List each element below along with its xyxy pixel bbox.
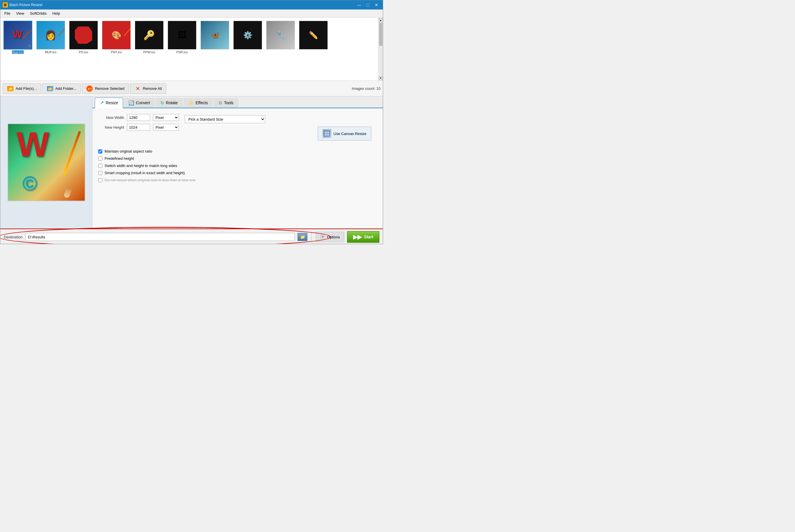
scroll-track	[379, 23, 383, 75]
separator	[311, 232, 312, 242]
list-item[interactable]: 🔧	[265, 20, 296, 55]
list-item[interactable]: W © bpp.ico	[3, 20, 33, 55]
bottom-bar-wrapper: Destination 📁 Options ▶▶ Start	[0, 229, 383, 244]
standard-size-select[interactable]: Pick a Standard Size 640x480 800x600 102…	[185, 115, 265, 123]
smart-cropping-checkbox[interactable]	[98, 171, 102, 175]
scroll-up-arrow[interactable]: ▲	[379, 18, 383, 22]
minimize-button[interactable]: —	[355, 2, 363, 8]
gallery-item-label: PPW.ico	[143, 50, 155, 54]
switch-dimensions-label: Switch width and height to match long si…	[105, 164, 177, 168]
gallery-scroll[interactable]: W © bpp.ico 👩 MUP.ico PD.ico	[0, 18, 378, 81]
options-gear-icon	[320, 234, 325, 240]
browse-icon: 📁	[300, 235, 305, 239]
add-files-icon: 📁	[7, 85, 14, 92]
tabs-bar: ↗ Resize 🔄 Convert ↻ Rotate ✨ Effects ⚙ …	[92, 96, 383, 108]
rotate-tab-icon: ↻	[161, 100, 164, 106]
resize-tab-content: New Width Pixel New Height Pixel	[92, 108, 383, 228]
bottom-bar: Destination 📁 Options ▶▶ Start	[0, 229, 383, 244]
app-icon: 🖼	[3, 2, 8, 7]
add-folder-icon: 📂	[47, 85, 54, 92]
window-controls: — □ ✕	[355, 2, 381, 8]
tools-tab-icon: ⚙	[218, 100, 222, 106]
menu-bar: File View SoftOrbits Help	[0, 10, 383, 18]
gallery-item-label: bpp.ico	[12, 50, 23, 54]
tab-effects[interactable]: ✨ Effects	[183, 98, 213, 107]
height-unit-select[interactable]: Pixel	[153, 124, 179, 131]
images-count: Images count: 10	[352, 87, 381, 91]
svg-rect-0	[324, 131, 330, 136]
close-button[interactable]: ✕	[372, 2, 381, 8]
tab-rotate[interactable]: ↻ Rotate	[155, 98, 183, 107]
remove-selected-icon: ↩	[86, 85, 93, 92]
menu-help[interactable]: Help	[50, 10, 63, 17]
destination-label: Destination	[4, 235, 22, 239]
start-button[interactable]: ▶▶ Start	[347, 231, 380, 243]
maintain-aspect-label: Maintain original aspect ratio	[105, 149, 152, 153]
predefined-height-label: Predefined height	[105, 156, 134, 160]
convert-tab-icon: 🔄	[128, 100, 134, 106]
resize-tab-icon: ↗	[100, 100, 104, 106]
gallery-item-label: PNT.ico	[111, 50, 122, 54]
canvas-resize-icon	[322, 129, 331, 138]
list-item[interactable]: ⚙️	[233, 20, 263, 55]
menu-file[interactable]: File	[1, 10, 13, 17]
menu-view[interactable]: View	[13, 10, 27, 17]
svg-point-5	[322, 236, 323, 238]
list-item[interactable]: 🎨 PNT.ico	[101, 20, 132, 55]
scroll-down-arrow[interactable]: ▼	[379, 76, 383, 80]
switch-dimensions-row: Switch width and height to match long si…	[98, 164, 377, 168]
do-not-resize-label: Do not resize when original size is less…	[105, 178, 196, 182]
gallery-item-label: PSR.ico	[176, 50, 188, 54]
app-title: Batch Picture Resizer	[10, 3, 43, 7]
smart-cropping-row: Smart cropping (result in exact width an…	[98, 171, 377, 175]
list-item[interactable]: 🔑 PPW.ico	[134, 20, 165, 55]
tab-convert[interactable]: 🔄 Convert	[124, 98, 155, 107]
effects-tab-icon: ✨	[188, 100, 194, 106]
new-width-input[interactable]	[127, 114, 150, 121]
gallery-item-label: PD.ico	[79, 50, 88, 54]
bottom-section: Destination 📁 Options ▶▶ Start	[0, 228, 383, 244]
maintain-aspect-checkbox[interactable]	[98, 149, 102, 153]
add-folder-button[interactable]: 📂 Add Folder...	[42, 83, 81, 94]
do-not-resize-checkbox[interactable]	[98, 178, 102, 182]
scroll-thumb[interactable]	[379, 23, 383, 46]
list-item[interactable]: 🖼 PSR.ico	[167, 20, 197, 55]
title-bar-left: 🖼 Batch Picture Resizer	[3, 2, 43, 7]
list-item[interactable]: ✏️	[298, 20, 329, 55]
new-height-label: New Height	[98, 125, 124, 130]
list-item[interactable]: 🦋	[200, 20, 230, 55]
preview-image: W ©	[7, 124, 85, 201]
width-unit-select[interactable]: Pixel	[153, 114, 179, 121]
tab-resize[interactable]: ↗ Resize	[95, 98, 123, 108]
toolbar: 📁 Add File(s)... 📂 Add Folder... ↩ Remov…	[0, 81, 383, 96]
gallery-area: W © bpp.ico 👩 MUP.ico PD.ico	[0, 18, 383, 81]
list-item[interactable]: 👩 MUP.ico	[35, 20, 66, 55]
right-panel: ↗ Resize 🔄 Convert ↻ Rotate ✨ Effects ⚙ …	[92, 96, 383, 228]
gallery-item-label: MUP.ico	[45, 50, 56, 54]
maintain-aspect-row: Maintain original aspect ratio	[98, 149, 377, 153]
switch-dimensions-checkbox[interactable]	[98, 164, 102, 168]
canvas-resize-button[interactable]: Use Canvas Resize	[318, 127, 371, 140]
new-width-label: New Width	[98, 115, 124, 120]
maximize-button[interactable]: □	[364, 2, 372, 8]
predefined-height-checkbox[interactable]	[98, 157, 102, 160]
left-preview: W ©	[0, 96, 92, 228]
main-content: W © ↗ Resize 🔄 Convert ↻ Rotat	[0, 96, 383, 228]
do-not-resize-row: Do not resize when original size is less…	[98, 178, 377, 182]
remove-selected-button[interactable]: ↩ Remove Selected	[82, 83, 129, 94]
menu-softorbits[interactable]: SoftOrbits	[27, 10, 50, 17]
browse-button[interactable]: 📁	[298, 233, 307, 241]
options-button[interactable]: Options	[316, 232, 344, 242]
gallery-scrollbar[interactable]: ▲ ▼	[378, 18, 383, 81]
list-item[interactable]: PD.ico	[68, 20, 99, 55]
add-files-button[interactable]: 📁 Add File(s)...	[3, 83, 41, 94]
remove-all-icon: ✕	[134, 85, 141, 92]
remove-all-button[interactable]: ✕ Remove All	[130, 83, 166, 94]
tab-tools[interactable]: ⚙ Tools	[214, 98, 239, 107]
new-height-input[interactable]	[127, 124, 150, 131]
destination-input[interactable]	[25, 233, 295, 241]
title-bar: 🖼 Batch Picture Resizer — □ ✕	[0, 0, 383, 10]
predefined-height-row: Predefined height	[98, 156, 377, 160]
start-arrow-icon: ▶▶	[353, 233, 362, 240]
smart-cropping-label: Smart cropping (result in exact width an…	[105, 171, 185, 175]
